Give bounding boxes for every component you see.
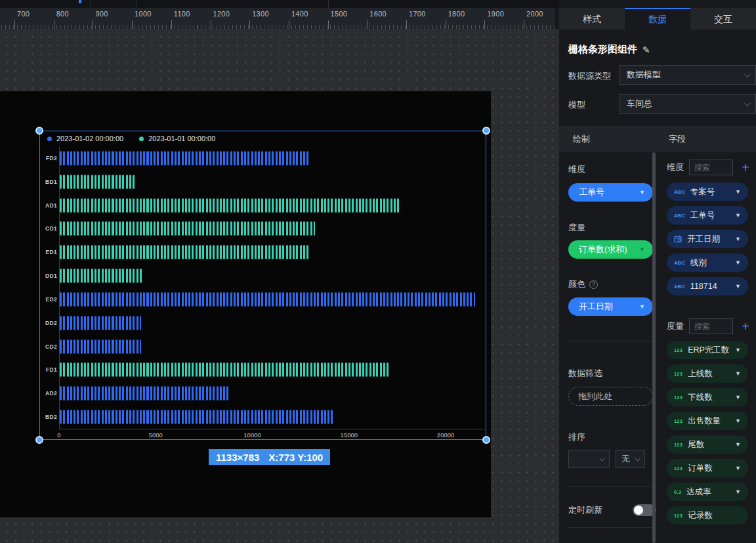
chevron-down-icon[interactable]: ▼ xyxy=(735,283,741,290)
calendar-icon xyxy=(674,235,682,243)
measure-field-出售数量[interactable]: 123出售数量▼ xyxy=(667,412,748,430)
x-axis-tick-label: 10000 xyxy=(243,431,261,439)
ruler-label: 1400 xyxy=(291,10,308,18)
add-measure-button[interactable]: + xyxy=(742,320,749,333)
fields-measure-label: 度量 xyxy=(667,320,684,332)
field-name: 开工日期 xyxy=(687,234,720,245)
field-name: 118714 xyxy=(690,282,717,291)
color-pill[interactable]: 开工日期 ▼ xyxy=(568,297,653,316)
datasource-type-label: 数据源类型 xyxy=(568,70,611,82)
panel-scrollbar[interactable] xyxy=(652,152,656,543)
grid-bar-chart-component[interactable]: 2023-01-02 00:00:002023-01-01 00:00:00 F… xyxy=(39,131,486,440)
chevron-down-icon[interactable]: ▼ xyxy=(735,465,741,471)
color-label-text: 颜色 xyxy=(568,278,585,290)
dimension-field-工单号[interactable]: ABC工单号▼ xyxy=(667,206,748,225)
measure-pill[interactable]: 订单数(求和) ▼ xyxy=(568,240,653,259)
ruler-major-tick xyxy=(14,20,15,29)
chevron-down-icon[interactable]: ▼ xyxy=(735,347,741,353)
chevron-down-icon[interactable]: ▼ xyxy=(735,441,741,448)
editor-workspace[interactable]: 2023-01-02 00:00:002023-01-01 00:00:00 F… xyxy=(0,29,559,543)
edit-title-icon[interactable]: ✎ xyxy=(642,45,650,55)
chevron-down-icon[interactable]: ▼ xyxy=(735,188,741,195)
subtab-draw[interactable]: 绘制 xyxy=(573,133,590,145)
ruler-label: 700 xyxy=(17,10,30,18)
dimension-search-input[interactable] xyxy=(689,160,733,175)
ruler-major-tick xyxy=(132,20,133,29)
bar-FD1 xyxy=(60,363,390,377)
measure-field-尾数[interactable]: 123尾数▼ xyxy=(667,435,748,454)
help-icon[interactable]: ? xyxy=(589,280,598,289)
subtab-fields[interactable]: 字段 xyxy=(669,133,686,145)
tab-data[interactable]: 数据 xyxy=(625,8,690,30)
chevron-down-icon[interactable]: ▼ xyxy=(735,370,741,377)
chevron-down-icon[interactable]: ▼ xyxy=(735,394,741,401)
chevron-down-icon[interactable]: ▼ xyxy=(735,418,741,424)
component-title-text: 栅格条形图组件 xyxy=(568,43,637,56)
datasource-type-select[interactable]: 数据模型 xyxy=(620,65,756,85)
chevron-down-icon: ▼ xyxy=(639,189,645,196)
divider xyxy=(568,527,653,528)
chevron-down-icon[interactable]: ▼ xyxy=(735,236,741,242)
measure-field-记录数[interactable]: 123记录数 xyxy=(667,506,748,525)
chart-row: ED2 xyxy=(40,288,486,311)
field-type-badge: 123 xyxy=(674,347,682,353)
ruler-label: 1100 xyxy=(174,10,190,18)
chart-row: FD1 xyxy=(40,358,486,382)
bar-AD2 xyxy=(60,387,230,401)
chevron-down-icon[interactable]: ▼ xyxy=(735,259,741,266)
dimension-field-开工日期[interactable]: 开工日期▼ xyxy=(667,230,748,248)
bar-ED2 xyxy=(60,292,475,306)
measure-field-上线数[interactable]: 123上线数▼ xyxy=(667,364,748,383)
dimension-pill[interactable]: 工单号 ▼ xyxy=(568,183,653,202)
field-name: 尾数 xyxy=(688,439,704,450)
ruler-label: 800 xyxy=(56,10,69,18)
dimension-field-118714[interactable]: ABC118714▼ xyxy=(667,277,748,295)
chart-row: BD1 xyxy=(40,170,486,194)
chevron-down-icon[interactable]: ▼ xyxy=(735,212,741,219)
x-axis-line xyxy=(59,429,485,429)
field-name: 订单数 xyxy=(688,463,713,474)
model-select[interactable]: 车间总 xyxy=(620,94,756,114)
chart-row: CD2 xyxy=(40,335,486,358)
ruler-label: 1300 xyxy=(252,10,269,18)
resize-handle-top-left[interactable] xyxy=(35,127,43,135)
y-axis-label: CD1 xyxy=(40,225,57,232)
legend-item[interactable]: 2023-01-02 00:00:00 xyxy=(47,135,123,142)
timed-refresh-row: 定时刷新 xyxy=(568,504,656,516)
dimension-field-专案号[interactable]: ABC专案号▼ xyxy=(667,183,748,201)
resize-handle-top-right[interactable] xyxy=(482,127,490,135)
measure-field-ERP完工数[interactable]: 123ERP完工数▼ xyxy=(667,341,748,359)
measure-field-订单数[interactable]: 123订单数▼ xyxy=(667,459,748,477)
measure-label: 度量 xyxy=(568,222,653,234)
bar-AD1 xyxy=(60,198,400,212)
tab-style[interactable]: 样式 xyxy=(559,8,625,30)
divider xyxy=(568,341,653,341)
legend-item[interactable]: 2023-01-01 00:00:00 xyxy=(139,135,215,142)
chevron-down-icon[interactable]: ▼ xyxy=(735,489,741,495)
legend-label: 2023-01-01 00:00:00 xyxy=(148,135,215,142)
dimension-field-线别[interactable]: ABC线别▼ xyxy=(667,253,748,272)
filter-drop-zone[interactable]: 拖到此处 xyxy=(568,387,653,406)
sort-field-select[interactable] xyxy=(568,450,610,468)
model-label: 模型 xyxy=(568,99,585,111)
measure-field-下线数[interactable]: 123下线数▼ xyxy=(667,388,748,406)
tab-interaction[interactable]: 交互 xyxy=(690,8,756,30)
dimension-label: 维度 xyxy=(568,163,653,175)
x-axis-tick-label: 0 xyxy=(57,431,60,439)
y-axis-label: ED1 xyxy=(40,249,57,255)
ruler-major-tick xyxy=(289,20,289,29)
ruler-major-tick xyxy=(446,20,446,29)
model-value: 车间总 xyxy=(627,98,652,110)
measure-fields-list: 123ERP完工数▼123上线数▼123下线数▼123出售数量▼123尾数▼12… xyxy=(667,341,756,525)
component-position: X:773 Y:100 xyxy=(268,452,323,463)
measure-field-达成率[interactable]: 0.3达成率▼ xyxy=(667,483,748,501)
toggle-knob xyxy=(634,506,643,515)
sort-order-select[interactable]: 无 xyxy=(616,450,645,468)
measure-search-input[interactable] xyxy=(689,318,733,334)
add-dimension-button[interactable]: + xyxy=(742,161,749,174)
field-name: 线别 xyxy=(690,257,707,269)
ruler-label: 2000 xyxy=(526,10,543,18)
filter-placeholder: 拖到此处 xyxy=(578,391,612,402)
dimension-fields-list: ABC专案号▼ABC工单号▼开工日期▼ABC线别▼ABC118714▼ xyxy=(667,183,756,295)
field-type-badge: 123 xyxy=(674,371,682,377)
